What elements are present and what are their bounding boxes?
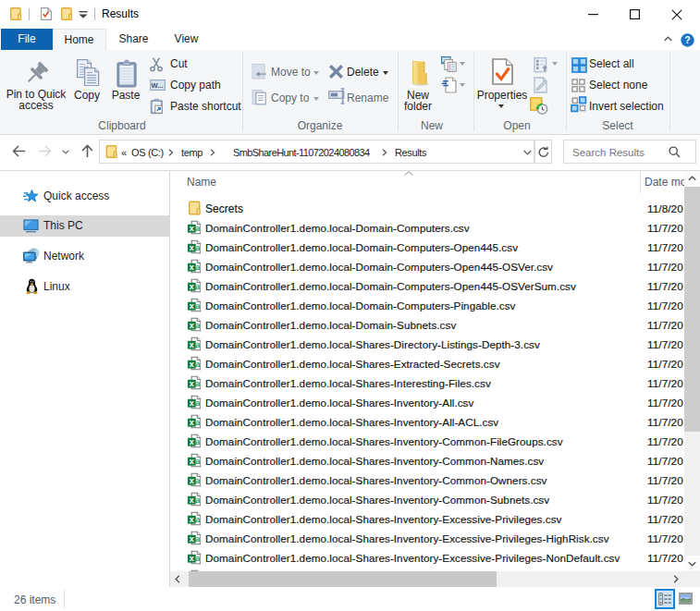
svg-text:x: x (190, 282, 194, 291)
svg-text:x: x (190, 224, 194, 233)
svg-text:x: x (190, 340, 194, 349)
svg-text:x: x (190, 321, 194, 330)
svg-text:a: a (195, 301, 201, 311)
svg-text:a: a (195, 457, 201, 466)
svg-text:a: a (195, 340, 201, 349)
svg-text:a: a (195, 224, 201, 233)
svg-text:x: x (190, 554, 194, 563)
svg-text:a: a (195, 243, 201, 252)
svg-text:a: a (195, 282, 201, 291)
svg-text:x: x (190, 379, 194, 388)
svg-text:x: x (190, 534, 194, 544)
svg-text:a: a (195, 321, 201, 330)
svg-text:x: x (190, 360, 194, 369)
svg-text:a: a (195, 437, 201, 446)
svg-text:x: x (190, 476, 194, 485)
svg-text:x: x (190, 418, 194, 427)
svg-text:x: x (190, 495, 194, 505)
svg-text:a: a (195, 495, 201, 505)
svg-text:x: x (190, 515, 194, 524)
svg-text:a: a (195, 554, 201, 563)
svg-text:x: x (190, 243, 194, 252)
svg-text:a: a (195, 515, 201, 524)
svg-text:a: a (195, 263, 201, 272)
svg-text:a: a (195, 360, 201, 369)
svg-text:a: a (195, 476, 201, 485)
svg-text:x: x (190, 263, 194, 272)
svg-text:x: x (190, 457, 194, 466)
svg-text:a: a (195, 418, 201, 427)
svg-text:W...: W... (152, 81, 164, 90)
svg-text:a: a (195, 379, 201, 388)
svg-text:x: x (190, 398, 194, 408)
svg-text:x: x (190, 437, 194, 446)
svg-text:a: a (195, 534, 201, 544)
svg-text:x: x (190, 301, 194, 311)
svg-text:a: a (195, 398, 201, 408)
svg-text:?: ? (684, 34, 690, 45)
